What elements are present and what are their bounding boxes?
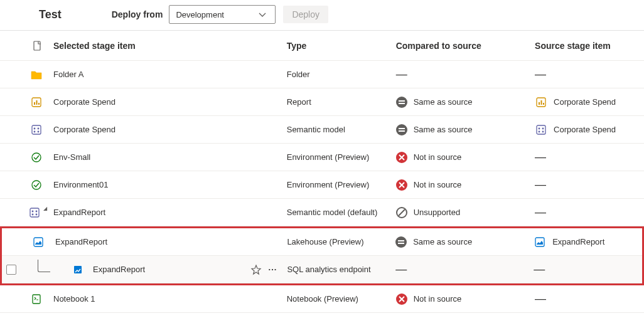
item-name: Notebook 1	[53, 294, 95, 304]
page-title: Test	[39, 8, 62, 21]
table-row[interactable]: Folder A Folder — —	[0, 61, 644, 88]
dropdown-value: Development	[176, 10, 224, 19]
status-unsupported-icon	[396, 207, 407, 218]
semantic-icon	[535, 124, 547, 136]
status-text: Same as source	[414, 125, 473, 134]
sqlendpoint-icon	[72, 263, 84, 276]
item-name: Environment01	[53, 180, 108, 189]
source-name: Corporate Spend	[554, 97, 616, 107]
table-row[interactable]: Corporate Spend Semantic model Same as s…	[0, 116, 644, 144]
env-icon	[30, 151, 43, 164]
table-row[interactable]: Corporate Spend Report Same as source Co…	[0, 88, 644, 116]
semantic-icon	[28, 206, 41, 219]
status-text: Same as source	[413, 237, 472, 246]
env-icon	[30, 179, 43, 191]
status-text: Not in source	[414, 294, 462, 304]
item-type: Notebook (Preview)	[287, 294, 396, 304]
item-name: ExpandReport	[93, 265, 145, 274]
table-row[interactable]: Notebook 1 Notebook (Preview) Not in sou…	[0, 285, 644, 313]
folder-icon	[30, 68, 43, 81]
table-row[interactable]: ◢ ExpandReport Semantic model (default) …	[0, 199, 644, 226]
status-text: Not in source	[414, 152, 462, 162]
header-source[interactable]: Source stage item	[535, 41, 644, 51]
status-text: Unsupported	[414, 208, 460, 217]
source-name: ExpandReport	[552, 237, 604, 246]
tree-elbow-icon	[38, 260, 50, 272]
source-dash: —	[535, 151, 546, 164]
status-notin-icon	[396, 179, 407, 191]
row-checkbox[interactable]	[6, 265, 16, 275]
status-text: Same as source	[414, 97, 473, 107]
source-name: Corporate Spend	[554, 125, 616, 134]
item-type: Semantic model (default)	[287, 208, 396, 217]
notebook-icon	[30, 293, 43, 305]
table-row[interactable]: ExpandReport Lakehouse (Preview) Same as…	[2, 228, 642, 256]
page-icon	[30, 40, 43, 52]
item-type: Environment (Preview)	[287, 180, 396, 189]
item-type: Environment (Preview)	[287, 152, 396, 162]
status-dash: —	[396, 68, 407, 81]
item-type: Semantic model	[287, 125, 396, 134]
status-notin-icon	[396, 293, 407, 305]
table-header: Selected stage item Type Compared to sou…	[0, 31, 644, 61]
table-row[interactable]: Env-Small Environment (Preview) Not in s…	[0, 144, 644, 171]
table-row[interactable]: Environment01 Environment (Preview) Not …	[0, 171, 644, 199]
item-name: Corporate Spend	[53, 97, 115, 107]
header-name[interactable]: Selected stage item	[53, 41, 287, 51]
source-dash: —	[535, 206, 546, 219]
favorite-star-icon[interactable]	[250, 263, 262, 276]
item-type: Lakehouse (Preview)	[287, 237, 395, 246]
item-type: Report	[287, 97, 396, 107]
item-type: Folder	[287, 70, 396, 79]
item-name: ExpandReport	[55, 237, 107, 246]
report-icon	[535, 96, 547, 108]
toolbar: Test Deploy from Development Deploy	[0, 0, 644, 31]
status-text: Not in source	[414, 180, 462, 189]
status-dash: —	[395, 263, 407, 276]
source-dash: —	[535, 292, 546, 305]
deploy-button[interactable]: Deploy	[283, 6, 328, 23]
item-type: SQL analytics endpoint	[287, 265, 395, 274]
status-same-icon	[395, 236, 407, 248]
more-options-icon[interactable]: ···	[269, 265, 277, 274]
source-dash: —	[535, 178, 546, 191]
item-name: Corporate Spend	[53, 125, 115, 134]
lakehouse-icon	[32, 236, 45, 248]
header-compare[interactable]: Compared to source	[396, 41, 535, 51]
status-same-icon	[396, 97, 407, 108]
table-row[interactable]: ExpandReport ··· SQL analytics endpoint …	[2, 256, 642, 283]
lakehouse-icon	[534, 236, 546, 248]
status-same-icon	[396, 124, 407, 135]
status-notin-icon	[396, 152, 407, 163]
item-name: Env-Small	[53, 152, 90, 162]
source-dash: —	[534, 263, 545, 276]
chevron-down-icon	[256, 8, 269, 21]
source-stage-dropdown[interactable]: Development	[169, 5, 276, 24]
item-name: Folder A	[53, 70, 83, 79]
semantic-icon	[30, 124, 43, 136]
report-icon	[30, 96, 43, 108]
header-type[interactable]: Type	[287, 41, 396, 51]
deploy-from-label: Deploy from	[112, 9, 163, 19]
item-name: ExpandReport	[53, 208, 105, 217]
source-dash: —	[535, 68, 546, 81]
items-table: Selected stage item Type Compared to sou…	[0, 31, 644, 313]
